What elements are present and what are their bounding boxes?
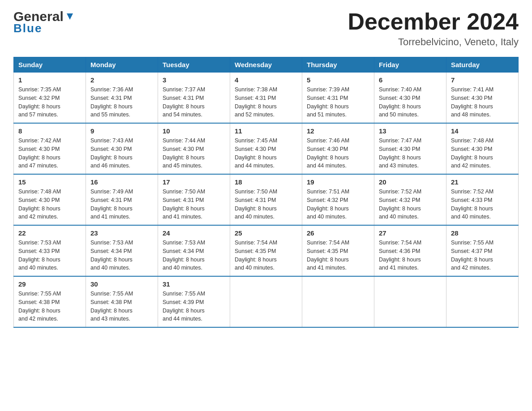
day-info: Sunrise: 7:54 AMSunset: 4:36 PMDaylight:… (379, 239, 442, 272)
calendar-cell: 5Sunrise: 7:39 AMSunset: 4:31 PMDaylight… (302, 73, 374, 124)
calendar-cell: 1Sunrise: 7:35 AMSunset: 4:32 PMDaylight… (14, 73, 86, 124)
calendar-cell: 11Sunrise: 7:45 AMSunset: 4:30 PMDayligh… (230, 123, 302, 174)
day-number: 2 (90, 76, 153, 84)
calendar-header-row: Sunday Monday Tuesday Wednesday Thursday… (14, 57, 519, 73)
day-info: Sunrise: 7:44 AMSunset: 4:30 PMDaylight:… (163, 137, 225, 170)
calendar-cell: 17Sunrise: 7:50 AMSunset: 4:31 PMDayligh… (158, 174, 230, 225)
calendar-cell: 8Sunrise: 7:42 AMSunset: 4:30 PMDaylight… (14, 123, 86, 174)
day-info: Sunrise: 7:50 AMSunset: 4:31 PMDaylight:… (235, 188, 297, 221)
day-info: Sunrise: 7:55 AMSunset: 4:37 PMDaylight:… (451, 239, 514, 272)
calendar-cell (446, 276, 519, 327)
day-info: Sunrise: 7:52 AMSunset: 4:33 PMDaylight:… (451, 188, 514, 221)
day-info: Sunrise: 7:54 AMSunset: 4:35 PMDaylight:… (235, 239, 297, 272)
calendar-cell (302, 276, 374, 327)
day-info: Sunrise: 7:47 AMSunset: 4:30 PMDaylight:… (379, 137, 442, 170)
month-title: December 2024 (348, 9, 519, 34)
day-info: Sunrise: 7:45 AMSunset: 4:30 PMDaylight:… (235, 137, 297, 170)
calendar-cell: 13Sunrise: 7:47 AMSunset: 4:30 PMDayligh… (374, 123, 446, 174)
day-number: 7 (451, 76, 514, 84)
calendar-cell (230, 276, 302, 327)
calendar-cell: 12Sunrise: 7:46 AMSunset: 4:30 PMDayligh… (302, 123, 374, 174)
location-title: Torrebelvicino, Veneto, Italy (348, 36, 519, 48)
day-number: 5 (307, 76, 369, 84)
header-friday: Friday (374, 57, 446, 73)
day-number: 12 (307, 127, 369, 135)
header-wednesday: Wednesday (230, 57, 302, 73)
day-number: 1 (18, 76, 81, 84)
day-number: 4 (235, 76, 297, 84)
calendar-cell: 27Sunrise: 7:54 AMSunset: 4:36 PMDayligh… (374, 225, 446, 276)
calendar-cell: 22Sunrise: 7:53 AMSunset: 4:33 PMDayligh… (14, 225, 86, 276)
day-info: Sunrise: 7:46 AMSunset: 4:30 PMDaylight:… (307, 137, 369, 170)
week-row-3: 15Sunrise: 7:48 AMSunset: 4:30 PMDayligh… (14, 174, 519, 225)
calendar-cell: 18Sunrise: 7:50 AMSunset: 4:31 PMDayligh… (230, 174, 302, 225)
header-sunday: Sunday (14, 57, 86, 73)
calendar-cell: 9Sunrise: 7:43 AMSunset: 4:30 PMDaylight… (86, 123, 158, 174)
calendar-cell: 28Sunrise: 7:55 AMSunset: 4:37 PMDayligh… (446, 225, 519, 276)
day-number: 20 (379, 178, 442, 186)
week-row-4: 22Sunrise: 7:53 AMSunset: 4:33 PMDayligh… (14, 225, 519, 276)
header-monday: Monday (86, 57, 158, 73)
calendar-cell: 3Sunrise: 7:37 AMSunset: 4:31 PMDaylight… (158, 73, 230, 124)
logo-arrow-icon (65, 12, 75, 21)
day-info: Sunrise: 7:48 AMSunset: 4:30 PMDaylight:… (451, 137, 514, 170)
day-info: Sunrise: 7:51 AMSunset: 4:32 PMDaylight:… (307, 188, 369, 221)
calendar-cell: 14Sunrise: 7:48 AMSunset: 4:30 PMDayligh… (446, 123, 519, 174)
day-info: Sunrise: 7:37 AMSunset: 4:31 PMDaylight:… (163, 86, 225, 119)
day-info: Sunrise: 7:48 AMSunset: 4:30 PMDaylight:… (18, 188, 81, 221)
day-number: 11 (235, 127, 297, 135)
page-header: General Blue December 2024 Torrebelvicin… (13, 9, 519, 48)
day-info: Sunrise: 7:53 AMSunset: 4:34 PMDaylight:… (90, 239, 153, 272)
calendar-cell: 26Sunrise: 7:54 AMSunset: 4:35 PMDayligh… (302, 225, 374, 276)
day-number: 17 (163, 178, 225, 186)
logo: General Blue (13, 9, 75, 35)
day-number: 19 (307, 178, 369, 186)
day-info: Sunrise: 7:40 AMSunset: 4:30 PMDaylight:… (379, 86, 442, 119)
day-info: Sunrise: 7:36 AMSunset: 4:31 PMDaylight:… (90, 86, 153, 119)
header-saturday: Saturday (446, 57, 519, 73)
day-info: Sunrise: 7:42 AMSunset: 4:30 PMDaylight:… (18, 137, 81, 170)
day-number: 18 (235, 178, 297, 186)
day-number: 16 (90, 178, 153, 186)
day-info: Sunrise: 7:53 AMSunset: 4:33 PMDaylight:… (18, 239, 81, 272)
day-number: 29 (18, 280, 81, 288)
day-info: Sunrise: 7:55 AMSunset: 4:38 PMDaylight:… (18, 290, 81, 323)
day-number: 10 (163, 127, 225, 135)
calendar-cell: 31Sunrise: 7:55 AMSunset: 4:39 PMDayligh… (158, 276, 230, 327)
week-row-1: 1Sunrise: 7:35 AMSunset: 4:32 PMDaylight… (14, 73, 519, 124)
calendar-cell: 2Sunrise: 7:36 AMSunset: 4:31 PMDaylight… (86, 73, 158, 124)
week-row-2: 8Sunrise: 7:42 AMSunset: 4:30 PMDaylight… (14, 123, 519, 174)
day-number: 25 (235, 229, 297, 237)
day-number: 30 (90, 280, 153, 288)
calendar-cell: 4Sunrise: 7:38 AMSunset: 4:31 PMDaylight… (230, 73, 302, 124)
day-number: 22 (18, 229, 81, 237)
day-info: Sunrise: 7:55 AMSunset: 4:39 PMDaylight:… (163, 290, 225, 323)
day-info: Sunrise: 7:53 AMSunset: 4:34 PMDaylight:… (163, 239, 225, 272)
day-number: 8 (18, 127, 81, 135)
calendar-cell: 30Sunrise: 7:55 AMSunset: 4:38 PMDayligh… (86, 276, 158, 327)
day-number: 14 (451, 127, 514, 135)
week-row-5: 29Sunrise: 7:55 AMSunset: 4:38 PMDayligh… (14, 276, 519, 327)
day-info: Sunrise: 7:54 AMSunset: 4:35 PMDaylight:… (307, 239, 369, 272)
day-number: 28 (451, 229, 514, 237)
day-number: 27 (379, 229, 442, 237)
title-block: December 2024 Torrebelvicino, Veneto, It… (348, 9, 519, 48)
day-number: 3 (163, 76, 225, 84)
day-number: 23 (90, 229, 153, 237)
calendar-cell: 10Sunrise: 7:44 AMSunset: 4:30 PMDayligh… (158, 123, 230, 174)
day-info: Sunrise: 7:52 AMSunset: 4:32 PMDaylight:… (379, 188, 442, 221)
day-number: 26 (307, 229, 369, 237)
calendar-cell: 19Sunrise: 7:51 AMSunset: 4:32 PMDayligh… (302, 174, 374, 225)
day-number: 24 (163, 229, 225, 237)
calendar-cell: 29Sunrise: 7:55 AMSunset: 4:38 PMDayligh… (14, 276, 86, 327)
header-thursday: Thursday (302, 57, 374, 73)
day-number: 31 (163, 280, 225, 288)
day-info: Sunrise: 7:49 AMSunset: 4:31 PMDaylight:… (90, 188, 153, 221)
calendar-cell: 6Sunrise: 7:40 AMSunset: 4:30 PMDaylight… (374, 73, 446, 124)
header-tuesday: Tuesday (158, 57, 230, 73)
calendar-cell: 23Sunrise: 7:53 AMSunset: 4:34 PMDayligh… (86, 225, 158, 276)
day-number: 9 (90, 127, 153, 135)
calendar-cell (374, 276, 446, 327)
calendar-cell: 15Sunrise: 7:48 AMSunset: 4:30 PMDayligh… (14, 174, 86, 225)
day-info: Sunrise: 7:50 AMSunset: 4:31 PMDaylight:… (163, 188, 225, 221)
